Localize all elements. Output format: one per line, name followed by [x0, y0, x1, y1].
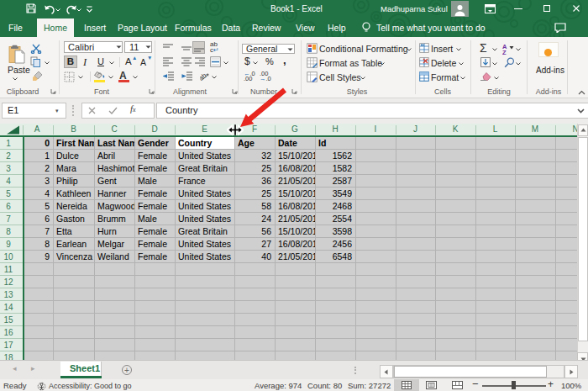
svg-text:Z: Z: [502, 49, 507, 55]
svg-text:ab: ab: [200, 71, 208, 82]
